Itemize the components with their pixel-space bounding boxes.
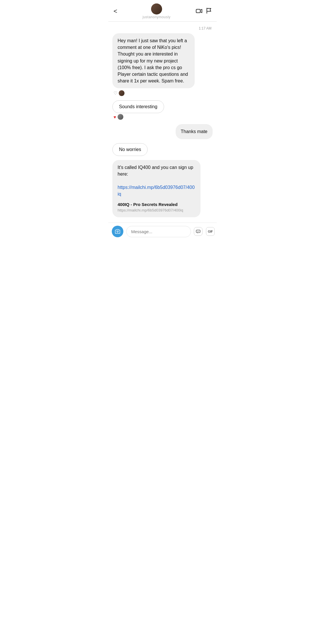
- message-row-sent-outline-2: No worries: [112, 143, 213, 156]
- chat-area: 1:17 AM Hey man! I just saw that you lef…: [108, 22, 217, 222]
- username-label: justanonymously: [142, 15, 170, 19]
- reaction-avatar: [118, 90, 125, 96]
- heart-red-icon: ♥: [114, 115, 116, 119]
- message-input[interactable]: [126, 226, 191, 237]
- message-row-sent-1: Thanks mate: [112, 124, 213, 139]
- gif-label: GIF: [208, 230, 213, 233]
- svg-point-3: [197, 231, 198, 232]
- input-bar: GIF: [108, 222, 217, 242]
- dots-button[interactable]: [194, 227, 203, 236]
- received-bubble-2: It's called IQ400 and you can sign up he…: [112, 160, 200, 218]
- sent-bubble: Thanks mate: [176, 124, 213, 139]
- message-row-received-2: It's called IQ400 and you can sign up he…: [112, 160, 213, 219]
- flag-icon[interactable]: [206, 8, 211, 15]
- message-text-intro: It's called IQ400 and you can sign up he…: [118, 165, 193, 176]
- header-right: [196, 8, 211, 15]
- message-text: Thanks mate: [181, 129, 207, 134]
- message-timestamp: 1:17 AM: [112, 26, 213, 30]
- message-row-sent-outline-1: Sounds interesting: [112, 100, 213, 113]
- heart-empty-icon: ♡: [114, 91, 117, 96]
- back-button[interactable]: <: [114, 8, 117, 15]
- message-text: Sounds interesting: [119, 104, 157, 109]
- message-link[interactable]: https://mailchi.mp/6b5d03976d07/400iq: [118, 185, 195, 196]
- outline-bubble: Sounds interesting: [112, 100, 164, 113]
- svg-point-1: [117, 231, 118, 232]
- reaction-row-msg2: ♥: [112, 114, 213, 120]
- outline-bubble-2: No worries: [112, 143, 148, 156]
- svg-point-4: [198, 231, 198, 232]
- reaction-row-msg1: ♡: [112, 90, 213, 96]
- gif-button[interactable]: GIF: [206, 227, 215, 236]
- header-center: justanonymously: [117, 3, 196, 19]
- link-preview-url: https://mailchi.mp/6b5d03976d07/400iq: [118, 208, 195, 213]
- svg-point-5: [199, 231, 199, 232]
- avatar[interactable]: [151, 3, 162, 14]
- link-preview-title: 400IQ - Pro Secrets Revealed: [118, 201, 195, 208]
- svg-rect-0: [196, 9, 200, 13]
- received-bubble: Hey man! I just saw that you left a comm…: [112, 33, 195, 88]
- header-left: <: [114, 8, 117, 15]
- message-row-received: Hey man! I just saw that you left a comm…: [112, 33, 213, 89]
- header: < justanonymously: [108, 0, 217, 22]
- avatar-image: [151, 3, 162, 14]
- camera-button[interactable]: [112, 226, 123, 237]
- message-text: No worries: [119, 147, 141, 152]
- video-call-icon[interactable]: [196, 8, 202, 15]
- message-text: Hey man! I just saw that you left a comm…: [118, 38, 188, 83]
- reaction-avatar-2: [117, 114, 124, 120]
- input-actions: GIF: [194, 227, 217, 236]
